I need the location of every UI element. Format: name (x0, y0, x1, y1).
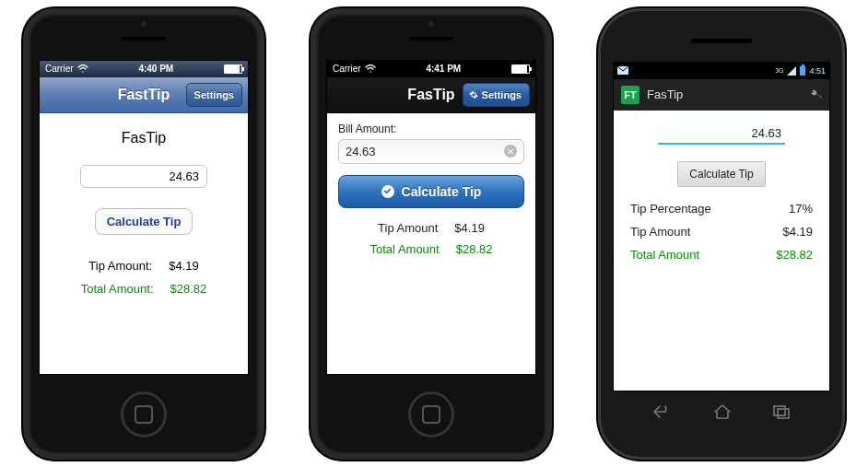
signal-icon (787, 66, 796, 76)
home-button[interactable] (121, 391, 167, 438)
calculate-button[interactable]: Calculate Tip (95, 208, 194, 235)
gear-icon (469, 90, 478, 99)
android-device: 3G 4:51 FT FasTip 24.63 (598, 8, 845, 460)
tip-amount-label: Tip Amount (378, 221, 438, 235)
home-button[interactable] (408, 391, 454, 438)
total-amount-value: $28.82 (456, 242, 493, 256)
content: FasTip 24.63 Calculate Tip Tip Amount: $… (40, 113, 248, 374)
system-nav-bar (652, 404, 791, 419)
status-bar: 3G 4:51 (614, 63, 829, 79)
screen: Carrier 4:40 PM FastTip Settings FasTip … (39, 60, 249, 375)
bill-amount-label: Bill Amount: (338, 123, 524, 135)
total-amount-value: $28.82 (776, 248, 813, 262)
wifi-icon (365, 64, 376, 73)
settings-button[interactable]: Settings (186, 83, 242, 107)
tip-percentage-value: 17% (789, 202, 813, 216)
earpiece-icon (691, 39, 752, 43)
tip-amount-value: $4.19 (454, 221, 485, 235)
total-amount-label: Total Amount: (81, 282, 154, 296)
nav-title: FasTip (407, 87, 454, 103)
settings-button-label: Settings (194, 89, 234, 100)
network-label: 3G (775, 67, 783, 74)
iphone-device-old: Carrier 4:40 PM FastTip Settings FasTip … (23, 8, 264, 460)
app-name: FasTip (647, 88, 683, 101)
bill-input[interactable]: 24.63 (80, 165, 207, 188)
battery-icon (800, 66, 805, 76)
tip-amount-label: Tip Amount: (88, 259, 152, 273)
bill-input[interactable]: 24.63 ✕ (338, 139, 524, 164)
wifi-icon (77, 64, 88, 73)
screen: 3G 4:51 FT FasTip 24.63 (613, 62, 830, 391)
calculate-button[interactable]: Calculate Tip (677, 161, 765, 187)
page-title: FasTip (40, 130, 248, 146)
total-amount-label: Total Amount (630, 248, 699, 262)
earpiece-icon (408, 36, 454, 41)
tip-amount-label: Tip Amount (630, 225, 690, 239)
action-bar: FT FasTip (614, 79, 829, 111)
battery-icon (511, 64, 530, 74)
total-amount-label: Total Amount (370, 242, 440, 256)
home-key-icon[interactable] (713, 404, 732, 419)
carrier-label: Carrier (45, 64, 74, 74)
carrier-label: Carrier (333, 64, 361, 74)
bill-input-value: 24.63 (346, 145, 504, 158)
status-bar: Carrier 4:41 PM (327, 61, 535, 77)
clock-label: 4:41 PM (376, 64, 511, 74)
nav-bar: FasTip Settings (327, 77, 535, 113)
calculate-button[interactable]: Calculate Tip (338, 175, 524, 208)
settings-button-label: Settings (482, 89, 522, 100)
clear-input-icon[interactable]: ✕ (504, 145, 517, 158)
tip-amount-value: $4.19 (169, 259, 199, 273)
settings-button[interactable]: Settings (463, 83, 530, 107)
camera-dot-icon (428, 21, 434, 27)
screen: Carrier 4:41 PM FasTip Settings Bill Amo… (326, 60, 536, 375)
mail-icon (617, 66, 628, 75)
camera-dot-icon (141, 21, 147, 27)
tip-amount-value: $4.19 (782, 225, 813, 239)
calculate-button-label: Calculate Tip (402, 184, 482, 199)
nav-bar: FastTip Settings (40, 77, 248, 113)
tip-percentage-label: Tip Percentage (630, 202, 711, 216)
earpiece-icon (121, 36, 167, 41)
recent-key-icon[interactable] (772, 404, 791, 419)
content: 24.63 Calculate Tip Tip Percentage 17% T… (614, 111, 829, 391)
svg-rect-2 (778, 409, 789, 418)
clock-label: 4:51 (809, 66, 826, 76)
back-key-icon[interactable] (652, 404, 673, 419)
battery-icon (224, 64, 242, 74)
wrench-icon[interactable] (805, 85, 825, 104)
iphone-device-dark: Carrier 4:41 PM FasTip Settings Bill Amo… (311, 8, 552, 460)
total-amount-value: $28.82 (170, 282, 207, 296)
checkmark-icon (381, 185, 394, 198)
status-bar: Carrier 4:40 PM (40, 61, 248, 77)
nav-title: FastTip (118, 87, 170, 103)
svg-rect-1 (774, 406, 785, 415)
bill-input[interactable]: 24.63 (658, 123, 785, 145)
clock-label: 4:40 PM (88, 64, 224, 74)
content: Bill Amount: 24.63 ✕ Calculate Tip Tip A… (327, 113, 535, 374)
app-logo-icon: FT (621, 86, 639, 104)
